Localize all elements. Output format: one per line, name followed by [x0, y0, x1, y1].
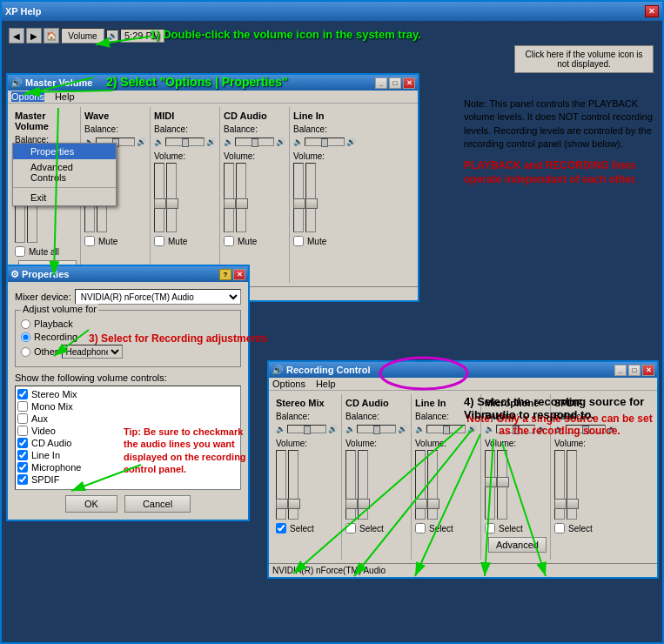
note-panel-text2: PLAYBACK and RECORDING lines operate ind… — [464, 158, 655, 188]
rec-mic-vol-r[interactable] — [497, 450, 507, 520]
rec-mic-select[interactable] — [485, 523, 495, 533]
linein-vol-slider — [293, 163, 356, 232]
linein-mute-checkbox[interactable] — [293, 236, 304, 246]
show-controls-label: Show the following volume controls: — [15, 372, 241, 383]
midi-mute-row: Mute — [154, 236, 216, 246]
linein-mute-row: Mute — [293, 236, 356, 246]
properties-menuitem[interactable]: Properties — [13, 144, 116, 159]
rec-cdaudio-balance-slider[interactable] — [357, 425, 396, 433]
rec-cdaudio-vol — [345, 450, 407, 520]
recording-maximize[interactable]: □ — [628, 365, 641, 376]
rec-li-vol-r[interactable] — [427, 450, 438, 520]
linein-vol-l[interactable] — [293, 163, 304, 232]
other-select[interactable]: Headphones — [62, 345, 123, 359]
linein-bal-l-icon: 🔈 — [293, 138, 303, 146]
rec-help-menu[interactable]: Help — [316, 379, 336, 389]
rec-channel-cdaudio: CD Audio Balance: 🔈 🔊 Volume: Selec — [342, 394, 412, 560]
cdaudio-balance-slider[interactable] — [235, 138, 274, 146]
recording-menubar: Options Help — [269, 378, 657, 391]
other-radio-row: Other Headphones — [21, 345, 235, 359]
rec-cd-vol-r[interactable] — [358, 450, 368, 520]
cd-vol-r[interactable] — [236, 163, 246, 232]
properties-help-btn[interactable]: ? — [219, 269, 231, 280]
rec-spdif-select[interactable] — [554, 523, 565, 533]
nav-forward-icon[interactable]: ▶ — [26, 28, 42, 44]
ok-button[interactable]: OK — [65, 495, 117, 513]
master-vol-close[interactable]: ✕ — [403, 77, 415, 89]
channel-linein: Line In Balance: 🔈 🔊 Volume: Mute — [290, 107, 359, 283]
rec-cd-vol-l[interactable] — [345, 450, 356, 520]
rec-linein-vol — [415, 450, 477, 520]
cdaudio-mute-row: Mute — [224, 236, 285, 246]
exit-menuitem[interactable]: Exit — [13, 190, 116, 205]
other-radio[interactable] — [21, 347, 30, 357]
rec-sm-vol-l[interactable] — [276, 450, 286, 520]
rec-li-vol-l[interactable] — [415, 450, 426, 520]
recording-statusbar: NVIDIA(R) nForce(TM) Audio — [269, 563, 657, 577]
midi-bal-l-icon: 🔈 — [154, 138, 164, 146]
recording-label: Recording — [34, 332, 77, 342]
mono-mix-check: Mono Mix — [17, 400, 238, 413]
properties-winbtns: ? ✕ — [219, 269, 245, 280]
ok-cancel-row: OK Cancel — [15, 495, 241, 513]
linein-vol-r[interactable] — [305, 163, 316, 232]
master-vol-maximize[interactable]: □ — [389, 77, 401, 89]
tray-area: ◀ ▶ 🏠 Volume 🔊 5:29 PM — [9, 28, 164, 44]
cdaudio-vol-slider — [224, 163, 285, 232]
rec-stereomix-select[interactable] — [276, 523, 286, 533]
advanced-controls-menuitem[interactable]: Advanced Controls — [13, 159, 116, 185]
midi-mute-checkbox[interactable] — [154, 236, 164, 246]
rec-spdif-vol-l[interactable] — [554, 450, 565, 520]
step4-label: 4) Select the recording source for Vibra… — [464, 395, 655, 421]
volume-tooltip: Volume — [61, 28, 104, 44]
cd-vol-l[interactable] — [224, 163, 234, 232]
channel-cdaudio: CD Audio Balance: 🔈 🔊 Volume: Mute — [220, 107, 290, 283]
rec-sm-vol-r[interactable] — [288, 450, 298, 520]
step1-label: 1) Double-click the volume icon in the s… — [150, 28, 421, 41]
properties-content: Mixer device: NVIDIA(R) nForce(TM) Audio… — [8, 282, 248, 520]
playback-radio[interactable] — [21, 319, 30, 329]
xp-help-window: XP Help ✕ ◀ ▶ 🏠 Volume 🔊 5:29 PM 1) Doub… — [0, 0, 664, 644]
recording-close[interactable]: ✕ — [642, 365, 654, 376]
master-vol-minimize[interactable]: _ — [375, 77, 387, 89]
midi-balance-row: 🔈 🔊 — [154, 136, 216, 148]
rec-spdif-vol-r[interactable] — [567, 450, 577, 520]
mixer-device-label: Mixer device: — [15, 292, 71, 302]
wave-bal-r-icon: 🔊 — [137, 138, 146, 146]
rec-cdaudio-select[interactable] — [345, 523, 356, 533]
rec-advanced-btn[interactable]: Advanced — [488, 537, 547, 553]
wave-mute-checkbox[interactable] — [84, 236, 95, 246]
rec-spdif-vol — [554, 450, 617, 520]
rec-mic-select-row: Select — [485, 523, 547, 533]
mixer-device-select[interactable]: NVIDIA(R) nForce(TM) Audio — [75, 289, 241, 305]
rec-channel-stereomix: Stereo Mix Balance: 🔈 🔊 Volume: Sel — [272, 394, 342, 560]
cd-bal-r-icon: 🔊 — [276, 138, 285, 146]
nav-back-icon[interactable]: ◀ — [9, 28, 24, 44]
linein-balance-slider[interactable] — [305, 138, 345, 146]
rec-stereomix-balance-slider[interactable] — [287, 425, 326, 433]
midi-vol-r[interactable] — [166, 163, 177, 232]
rec-mic-vol-l[interactable] — [485, 450, 495, 520]
help-content: ◀ ▶ 🏠 Volume 🔊 5:29 PM 1) Double-click t… — [2, 21, 662, 642]
note-box-volume-icon: Click here if the volume icon is not dis… — [514, 45, 654, 73]
midi-vol-l[interactable] — [154, 163, 164, 232]
step2-label: 2) Select "Options | Properties" — [106, 75, 288, 89]
cancel-button[interactable]: Cancel — [124, 495, 191, 513]
recording-radio[interactable] — [21, 332, 30, 342]
linein-bal-r-icon: 🔊 — [346, 138, 356, 146]
note-box-text: Click here if the volume icon is not dis… — [525, 50, 642, 69]
recording-minimize[interactable]: _ — [614, 365, 627, 376]
cdaudio-mute-checkbox[interactable] — [224, 236, 234, 246]
rec-linein-balance-slider[interactable] — [426, 425, 466, 433]
rec-options-menu[interactable]: Options — [272, 379, 305, 389]
note-panel-playback: Note: This panel controls the PLAYBACK v… — [464, 97, 655, 187]
rec-cdaudio-bal: 🔈 🔊 — [345, 423, 407, 435]
mixer-device-row: Mixer device: NVIDIA(R) nForce(TM) Audio — [15, 289, 241, 305]
midi-balance-slider[interactable] — [165, 138, 205, 146]
master-mute-checkbox[interactable] — [15, 246, 25, 257]
properties-close[interactable]: ✕ — [233, 269, 245, 280]
rec-linein-select-row: Select — [415, 523, 477, 533]
xp-help-close[interactable]: ✕ — [645, 5, 659, 17]
rec-linein-select[interactable] — [415, 523, 426, 533]
home-icon[interactable]: 🏠 — [44, 28, 59, 44]
